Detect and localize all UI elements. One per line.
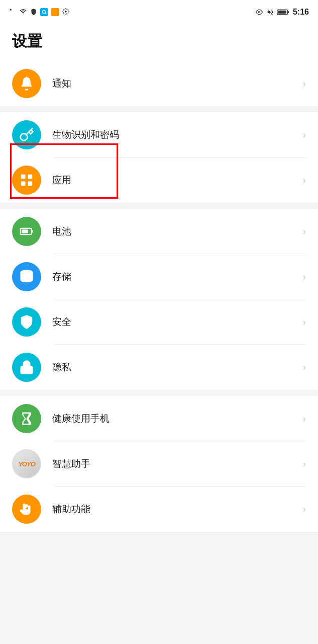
accessibility-label: 辅助功能 (52, 503, 299, 516)
health-icon-circle (12, 404, 41, 433)
security-label: 安全 (52, 315, 299, 329)
battery-icon-circle (12, 217, 41, 246)
apps-icon-circle (12, 166, 41, 195)
svg-rect-11 (21, 182, 26, 186)
health-chevron: › (303, 414, 306, 424)
svg-point-4 (258, 11, 260, 13)
assistant-label: 智慧助手 (52, 457, 299, 470)
row-storage[interactable]: 存储 › (0, 254, 318, 299)
accessibility-chevron: › (303, 504, 306, 515)
search-app-icon (40, 8, 48, 16)
eye-icon (255, 9, 264, 16)
row-assistant[interactable]: YOYO 智慧助手 › (0, 441, 318, 487)
apps-label: 应用 (52, 174, 299, 187)
settings-status-icon (62, 8, 69, 17)
svg-point-2 (43, 11, 46, 14)
grid-icon (19, 173, 34, 188)
svg-rect-9 (21, 175, 26, 179)
biometric-icon-circle (12, 120, 41, 149)
row-privacy[interactable]: 隐私 › (0, 345, 318, 390)
biometric-chevron: › (303, 130, 306, 140)
section-device: 电池 › 存储 › 安全 › 隐私 › (0, 209, 318, 390)
privacy-label: 隐私 (52, 361, 299, 374)
storage-chevron: › (303, 272, 306, 282)
page-title: 设置 (0, 22, 318, 61)
security-icon-circle (12, 307, 41, 337)
battery-setting-icon (19, 224, 34, 239)
wifi-icon (19, 8, 27, 17)
section-other: 健康使用手机 › YOYO 智慧助手 › 辅助功能 › (0, 396, 318, 532)
row-notification[interactable]: 通知 › (0, 61, 318, 106)
security-chevron: › (303, 317, 306, 328)
shield-icon (19, 314, 34, 330)
status-icons-left (9, 8, 69, 17)
bell-icon (19, 76, 34, 91)
hourglass-icon (19, 411, 34, 426)
section-notifications: 通知 › (0, 61, 318, 106)
row-battery[interactable]: 电池 › (0, 209, 318, 254)
status-right-area: 5:16 (255, 8, 309, 17)
hand-icon (19, 502, 34, 517)
database-icon (19, 269, 34, 284)
svg-line-3 (45, 13, 46, 14)
row-security[interactable]: 安全 › (0, 299, 318, 345)
section-security: 生物识别和密码 › 应用 › (0, 112, 318, 203)
row-accessibility[interactable]: 辅助功能 › (0, 487, 318, 532)
mute-icon (267, 9, 274, 16)
svg-rect-12 (28, 182, 33, 186)
yoyo-text: YOYO (18, 460, 35, 468)
storage-label: 存储 (52, 270, 299, 283)
lock-icon (19, 360, 34, 375)
accessibility-icon-circle (12, 495, 41, 524)
svg-rect-15 (22, 229, 28, 233)
storage-icon-circle (12, 262, 41, 291)
status-bar: 5:16 (0, 0, 318, 22)
privacy-chevron: › (303, 362, 306, 373)
notification-chevron: › (303, 78, 306, 89)
svg-rect-0 (10, 9, 12, 10)
assistant-chevron: › (303, 459, 306, 469)
battery-label: 电池 (52, 225, 299, 238)
svg-rect-10 (28, 175, 33, 179)
svg-rect-14 (32, 230, 33, 233)
orange-app-icon (51, 8, 59, 16)
health-label: 健康使用手机 (52, 412, 299, 425)
battery-chevron: › (303, 226, 306, 237)
notification-icon-circle (12, 69, 41, 98)
row-apps[interactable]: 应用 › (0, 157, 318, 203)
svg-rect-6 (287, 11, 289, 13)
battery-icon (277, 9, 290, 16)
row-health[interactable]: 健康使用手机 › (0, 396, 318, 441)
yoyo-icon-circle: YOYO (12, 449, 41, 478)
privacy-icon-circle (12, 353, 41, 382)
key-icon (19, 127, 34, 142)
time-display: 5:16 (293, 8, 309, 17)
svg-rect-7 (278, 11, 286, 14)
biometric-label: 生物识别和密码 (52, 128, 299, 141)
notification-label: 通知 (52, 77, 299, 90)
vpn-icon (30, 8, 37, 17)
notification-status-icon (9, 8, 16, 17)
row-biometric[interactable]: 生物识别和密码 › (0, 112, 318, 157)
apps-chevron: › (303, 175, 306, 186)
